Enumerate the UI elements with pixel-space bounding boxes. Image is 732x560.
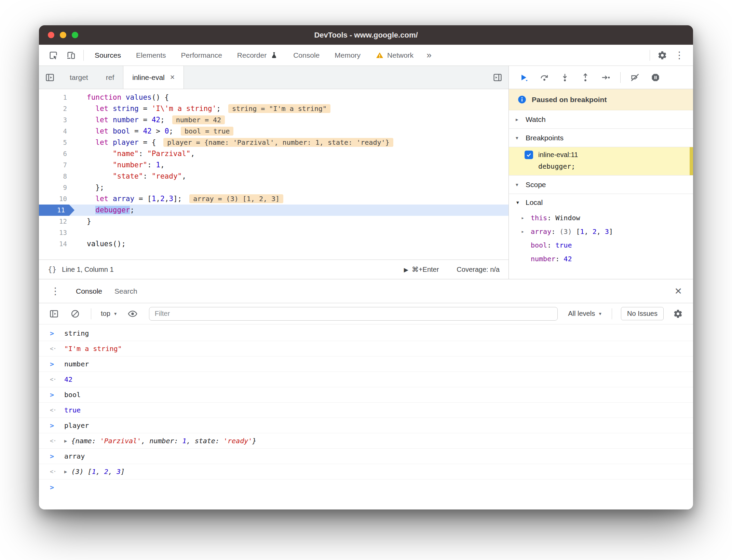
breakpoint-location: inline-eval:11 [538,151,578,159]
editor-line[interactable]: 13 [39,227,509,238]
line-number[interactable]: 9 [39,182,74,193]
tab-network[interactable]: Network [368,45,421,66]
line-number[interactable]: 12 [39,216,74,227]
toggle-navigator-icon[interactable] [39,66,61,89]
chevron-down-icon: ▼ [113,311,118,316]
live-expression-eye-icon[interactable] [124,306,141,321]
more-menu-icon[interactable]: ⋮ [671,50,688,61]
console-input-row[interactable]: >player [39,418,693,433]
expanded-arrow-icon: ▾ [516,199,522,206]
zoom-window-button[interactable] [72,32,78,38]
line-number[interactable]: 2 [39,103,74,114]
console-input-row[interactable]: >array [39,449,693,464]
inspect-icon[interactable] [44,48,62,63]
console-input-row[interactable]: >string [39,326,693,341]
line-number[interactable]: 11 [39,205,74,216]
console-settings-gear-icon[interactable] [669,306,687,321]
line-number[interactable]: 7 [39,159,74,171]
editor-line[interactable]: 14values(); [39,238,509,250]
console-prompt-row[interactable]: > [39,479,693,495]
more-tabs-icon[interactable]: » [421,50,437,60]
console-result-row[interactable]: <·▶{name: 'Parzival', number: 1, state: … [39,433,693,449]
drawer-tab-console[interactable]: Console [76,287,102,295]
tab-elements[interactable]: Elements [128,45,174,66]
expand-arrow-icon[interactable]: ▶ [64,438,67,444]
expand-arrow-icon[interactable]: ▶ [64,469,67,474]
close-drawer-icon[interactable]: ✕ [672,286,685,297]
console-input-row[interactable]: >number [39,356,693,372]
step-over-button[interactable] [535,70,554,85]
step-into-button[interactable] [555,70,574,85]
clear-console-icon[interactable] [66,306,84,321]
file-tab-inline-eval[interactable]: inline-eval × [123,66,184,89]
breakpoint-checkbox[interactable] [525,151,533,159]
line-number[interactable]: 10 [39,193,74,205]
editor-line[interactable]: 6 "name": "Parzival", [39,148,509,159]
line-number[interactable]: 14 [39,238,74,250]
console-result-row[interactable]: <·▶(3) [1, 2, 3] [39,464,693,479]
close-window-button[interactable] [48,32,54,38]
console-result-row[interactable]: <·"I'm a string" [39,341,693,356]
line-number[interactable]: 4 [39,126,74,137]
editor-line[interactable]: 8 "state": "ready", [39,171,509,182]
pause-on-exceptions-button[interactable] [646,70,665,85]
line-number[interactable]: 1 [39,92,74,103]
editor-line[interactable]: 9 }; [39,182,509,193]
line-number[interactable]: 5 [39,137,74,148]
console-log[interactable]: >string<·"I'm a string">number<·42>bool<… [39,324,693,509]
line-number[interactable]: 8 [39,171,74,182]
tab-console[interactable]: Console [286,45,327,66]
editor-line[interactable]: 10 let array = [1,2,3];array = (3) [1, 2… [39,193,509,205]
editor-line[interactable]: 3 let number = 42;number = 42 [39,114,509,126]
tab-recorder[interactable]: Recorder [230,45,286,66]
line-number[interactable]: 6 [39,148,74,159]
drawer-menu-icon[interactable]: ⋮ [47,285,64,297]
file-tab-ref[interactable]: ref [97,66,123,89]
watch-section-header[interactable]: ▸ Watch [509,110,693,129]
expand-arrow-icon[interactable]: ▸ [521,228,524,235]
tab-performance[interactable]: Performance [174,45,230,66]
console-result-icon: <· [50,345,64,352]
line-number[interactable]: 13 [39,227,74,238]
filter-input[interactable] [149,307,558,321]
console-result-row[interactable]: <·true [39,403,693,418]
file-tab-target[interactable]: target [61,66,97,89]
editor-line[interactable]: 5 let player = {player = {name: 'Parziva… [39,137,509,148]
breakpoints-section-header[interactable]: ▾ Breakpoints [509,129,693,147]
toggle-debugger-sidebar-icon[interactable] [487,66,509,89]
context-selector[interactable]: top▼ [98,310,120,318]
code-editor[interactable]: 1function values() {2 let string = 'I\'m… [39,89,509,260]
deactivate-breakpoints-button[interactable] [625,70,645,85]
minimize-window-button[interactable] [60,32,66,38]
scope-section-header[interactable]: ▾ Scope [509,176,693,194]
console-sidebar-toggle-icon[interactable] [45,306,63,321]
expand-arrow-icon[interactable]: ▸ [521,215,524,221]
scope-entry[interactable]: ▸array: (3) [1, 2, 3] [509,225,693,238]
scope-entry[interactable]: ▸this: Window [509,211,693,225]
resume-button[interactable] [514,70,533,85]
editor-line[interactable]: 2 let string = 'I\'m a string';string = … [39,103,509,114]
close-tab-icon[interactable]: × [170,73,175,82]
editor-line[interactable]: 12} [39,216,509,227]
settings-gear-icon[interactable] [653,48,671,63]
breakpoint-entry[interactable]: inline-eval:11 debugger; [509,147,693,176]
pretty-print-button[interactable]: {} [48,265,56,274]
editor-line[interactable]: 4 let bool = 42 > 0;bool = true [39,126,509,137]
step-out-button[interactable] [576,70,595,85]
drawer-tab-search[interactable]: Search [114,287,137,295]
scope-entry[interactable]: bool: true [509,238,693,252]
step-button[interactable] [596,70,615,85]
issues-counter-button[interactable]: No Issues [621,307,664,320]
console-input-row[interactable]: >bool [39,387,693,403]
scope-entry[interactable]: number: 42 [509,252,693,266]
scope-local-header[interactable]: ▾ Local [509,194,693,211]
tab-memory[interactable]: Memory [327,45,368,66]
tab-sources[interactable]: Sources [87,45,128,66]
console-result-row[interactable]: <·42 [39,372,693,387]
editor-line[interactable]: 1function values() { [39,92,509,103]
editor-line[interactable]: 7 "number": 1, [39,159,509,171]
line-number[interactable]: 3 [39,114,74,126]
device-toolbar-icon[interactable] [62,48,80,63]
log-levels-dropdown[interactable]: All levels▼ [565,310,605,318]
editor-line[interactable]: 11 debugger; [39,205,509,216]
